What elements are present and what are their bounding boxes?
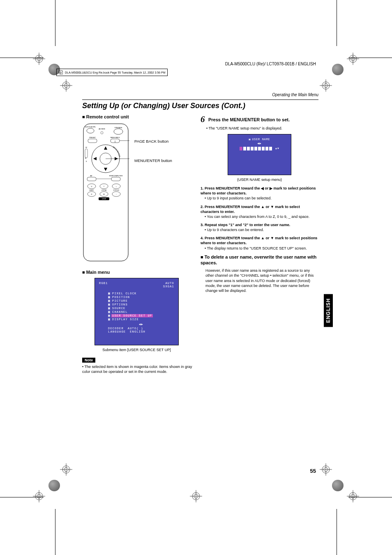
- main-menu-screen: RGB1 AUTO SXGA1 ▣PIXEL CLOCK ▣POSITION ▣…: [95, 278, 179, 345]
- book-icon: [58, 70, 63, 75]
- step-instruction: Press the MENU/ENTER button to set.: [208, 117, 290, 122]
- menu-item: DISPLAY SIZE: [112, 318, 139, 321]
- svg-text:ZOOM: ZOOM: [101, 189, 106, 191]
- registration-mark: [190, 490, 202, 502]
- svg-rect-61: [87, 177, 96, 181]
- note-text: • The selected item is shown in magenta …: [82, 364, 193, 374]
- svg-text:OPERATE: OPERATE: [115, 127, 122, 129]
- step-bullet: • The "USER NAME setup menu" is displaye…: [206, 126, 318, 131]
- registration-mark: [33, 53, 45, 65]
- screen-caption: Submenu item [USER SOURCE SET UP]: [95, 348, 179, 352]
- delete-heading: To delete a user name, overwrite the use…: [201, 254, 318, 266]
- svg-rect-47: [88, 139, 97, 143]
- breadcrumb: Operating the Main Menu: [82, 92, 318, 97]
- menu-item: POSITION: [112, 296, 130, 299]
- doc-id: DLA-M5000CLU (Re)/ LCT0978-001B / ENGLIS…: [225, 62, 316, 66]
- menu-item: OPTIONS: [112, 303, 128, 306]
- mini-screen-caption: (USER NAME setup menu): [201, 178, 318, 182]
- svg-text:AV: AV: [90, 175, 92, 177]
- note-badge: Note: [82, 358, 95, 363]
- registration-mark: [60, 79, 72, 92]
- registration-mark: [60, 463, 72, 476]
- svg-text:U: U: [91, 185, 92, 187]
- step-number: 6: [201, 114, 205, 124]
- decoder-label: DECODER: [108, 327, 124, 330]
- menu-item: PIXEL CLOCK: [112, 292, 136, 295]
- registration-mark: [347, 490, 359, 502]
- language-tab: ENGLISH: [324, 294, 333, 327]
- callout-menu-enter: MENU/ENTER button: [134, 158, 172, 163]
- registration-mark: [320, 79, 332, 92]
- book-info-text: DLA-M5000LU&SCU Eng Re.book Page 55 Tues…: [65, 71, 166, 74]
- menu-item: PICTURE: [112, 299, 128, 303]
- mini-screen-title: USER NAME: [252, 138, 270, 141]
- substep-2: 2. Press MENU/ENTER toward the ▲ or ▼ ma…: [201, 205, 300, 214]
- svg-text:W: W: [103, 193, 105, 195]
- substep-3-note: • Up to 9 characters can be entered.: [205, 227, 318, 232]
- corner-mark-br: [332, 480, 344, 491]
- svg-text:D: D: [91, 193, 92, 195]
- svg-text:AV HIDE: AV HIDE: [99, 128, 105, 130]
- screen-mode: SXGA1: [163, 285, 174, 288]
- registration-mark: [33, 490, 45, 502]
- remote-heading: Remote control unit: [82, 114, 193, 119]
- menu-item: SOURCE: [112, 307, 125, 310]
- svg-text:S: S: [86, 160, 87, 162]
- substep-1-note: • Up to 9 input positions can be selecte…: [205, 196, 318, 201]
- svg-text:QUICK ALIGN.: QUICK ALIGN.: [85, 126, 96, 128]
- substep-1: 1. Press MENU/ENTER toward the ◀ or ▶ ma…: [201, 186, 316, 195]
- svg-text:SHIFT: SHIFT: [89, 189, 94, 191]
- substep-4-note: • The display returns to the "USER SOURC…: [205, 246, 318, 251]
- screen-source: RGB1: [99, 282, 108, 288]
- svg-text:W: W: [85, 146, 87, 148]
- svg-point-41: [87, 128, 94, 133]
- arrows-lr-icon: ◀▶: [231, 142, 288, 145]
- screen-auto: AUTO: [165, 282, 174, 285]
- substep-4: 4. Press MENU/ENTER toward the ▲ or ▼ ma…: [201, 236, 317, 245]
- svg-text:PRESET: PRESET: [89, 136, 96, 139]
- svg-rect-63: [111, 177, 120, 181]
- substep-3: 3. Repeat steps "1" and "2" to enter the…: [201, 223, 290, 227]
- arrows-ud-icon: ▲▼: [275, 147, 279, 150]
- registration-mark: [320, 463, 332, 476]
- svg-text:PAGE BACK: PAGE BACK: [111, 136, 120, 139]
- corner-mark-tr: [332, 64, 344, 75]
- book-info: DLA-M5000LU&SCU Eng Re.book Page 55 Tues…: [56, 69, 168, 76]
- remote-control-diagram: QUICK ALIGN. AV HIDE OPERATE PRESET PAGE…: [82, 123, 129, 262]
- corner-mark-bl: [48, 480, 60, 491]
- svg-point-45: [114, 129, 123, 134]
- substep-2-note: • You can select any characters from A t…: [205, 214, 318, 219]
- delete-paragraph: However, if this user name area is regis…: [205, 268, 318, 293]
- language-label: LANGUAGE: [108, 330, 126, 333]
- section-title: Setting Up (or Changing) User Sources (C…: [82, 102, 318, 110]
- registration-mark: [347, 53, 359, 65]
- page-number: 55: [310, 468, 316, 474]
- svg-text:FOCUS: FOCUS: [113, 189, 119, 191]
- menu-item-selected: USER SOURCE SET UP: [111, 314, 153, 317]
- svg-text:LENS: LENS: [102, 198, 106, 200]
- callout-page-back: PAGE BACK button: [134, 139, 172, 143]
- main-menu-heading: Main menu: [82, 270, 193, 275]
- menu-item: CHANNEL: [112, 310, 128, 314]
- decoder-value: AUTO( ): [128, 327, 143, 330]
- language-value: ENGLISH: [130, 330, 145, 333]
- svg-text:RGB/COMPUTER: RGB/COMPUTER: [109, 175, 123, 177]
- username-setup-screen: ▣ USER NAME ◀▶ ▲▼: [228, 134, 291, 175]
- svg-rect-54: [85, 149, 88, 158]
- arrows-icon: ◀▶: [108, 323, 174, 326]
